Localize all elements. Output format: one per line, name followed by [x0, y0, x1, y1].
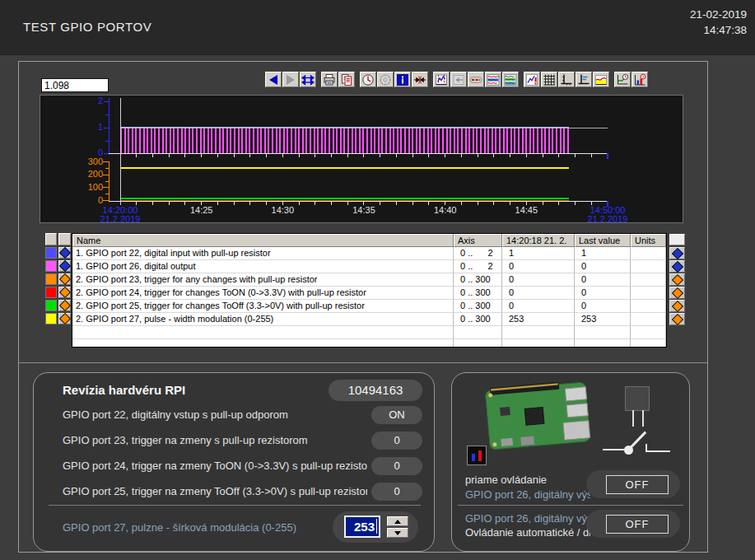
table-row[interactable]: 1. GPIO port 22, digital input with pull… — [72, 247, 666, 260]
analog-baseline — [109, 201, 608, 202]
pwm-spin-up-button[interactable] — [387, 516, 408, 526]
column-header[interactable]: Last value — [575, 234, 631, 247]
minute-tick — [510, 202, 510, 205]
minute-tick — [493, 202, 494, 205]
axes-scale-button[interactable] — [576, 72, 592, 87]
table-row[interactable]: 2. GPIO port 27, pulse - width modulatio… — [72, 313, 666, 326]
header-bar: TEST GPIO PORTOV 21-02-2019 14:47:38 — [0, 0, 755, 55]
auto-control-off-button[interactable]: OFF — [586, 510, 680, 538]
pwm-spin-down-button[interactable] — [387, 528, 408, 538]
axis-tick — [105, 114, 109, 115]
axis-tick — [103, 175, 109, 175]
table-cell — [631, 273, 666, 287]
row-diamond-button-right[interactable] — [669, 247, 685, 259]
info-icon — [396, 73, 409, 86]
row-diamond-button[interactable] — [58, 300, 71, 311]
table-cell: 0 — [502, 260, 575, 273]
cursor-readout-input[interactable] — [41, 78, 109, 92]
trend-toolbar — [265, 72, 653, 87]
toolbar-group — [614, 72, 649, 87]
digital-axis-label: 1 — [86, 122, 103, 132]
row-diamond-button-right[interactable] — [669, 313, 685, 325]
trends-red-button[interactable] — [485, 72, 501, 87]
graph-time-button[interactable] — [631, 72, 648, 87]
table-row[interactable]: 2. GPIO port 23, trigger for any changes… — [72, 273, 666, 287]
trend-chart-plot[interactable]: 210300200100014:20:0021.2.201914:2514:30… — [40, 95, 683, 223]
alarm-trend-button[interactable] — [524, 72, 540, 87]
print-button[interactable] — [321, 72, 338, 87]
diamond-icon — [671, 313, 683, 324]
line-style-button[interactable] — [468, 72, 484, 87]
transistor-symbol — [625, 386, 650, 411]
row-diamond-button-right[interactable] — [669, 273, 685, 286]
trends-green-button[interactable] — [502, 72, 519, 87]
row-diamond-button-right[interactable] — [669, 260, 685, 273]
gpio-row-label: GPIO port 24, trigger na zmeny ToON (0->… — [63, 460, 367, 472]
row-diamond-button[interactable] — [58, 247, 71, 259]
minute-tick — [543, 154, 543, 157]
off-button-label: OFF — [606, 515, 669, 534]
panel-divider — [458, 505, 683, 506]
transistor-leg — [632, 410, 634, 427]
info-button[interactable] — [394, 72, 411, 87]
table-cell — [454, 339, 502, 348]
table-row[interactable]: 1. GPIO port 26, digital output0 .. 200 — [72, 260, 666, 273]
time-auto-button[interactable] — [377, 72, 394, 87]
mini-trend-icon-button[interactable] — [467, 446, 487, 465]
minute-tick — [201, 154, 202, 157]
table-cell — [631, 339, 666, 348]
table-cell — [631, 260, 666, 273]
diamond-icon — [671, 300, 683, 311]
export-button[interactable] — [450, 72, 467, 87]
table-empty-row[interactable] — [72, 339, 666, 348]
table-row[interactable]: 2. GPIO port 25, trigger for changes ToO… — [72, 300, 666, 313]
toolbar-group — [524, 72, 610, 87]
copy-icon — [340, 73, 353, 86]
scroll-forward-button[interactable] — [282, 72, 299, 87]
column-header[interactable]: Units — [631, 234, 666, 247]
row-diamond-button-right[interactable] — [669, 300, 685, 312]
minute-tick — [184, 154, 185, 157]
column-header[interactable]: 14:20:18 21. 2. — [502, 234, 575, 247]
time-interval-button[interactable] — [433, 72, 450, 87]
toolbar-group — [321, 72, 356, 87]
row-diamond-button[interactable] — [58, 313, 71, 324]
scroll-back-button[interactable] — [265, 72, 282, 87]
table-cell: 0 .. 300 — [454, 313, 502, 326]
time-settings-button[interactable] — [360, 72, 376, 87]
compress-time-button[interactable] — [412, 72, 428, 87]
axis-tick — [104, 128, 109, 128]
pwm-spinner — [387, 516, 408, 539]
compress-time-icon — [413, 73, 426, 86]
minute-tick — [575, 154, 576, 157]
copy-button[interactable] — [338, 72, 355, 87]
pwm-value-input[interactable]: 253 — [344, 516, 380, 538]
table-empty-row[interactable] — [72, 326, 666, 339]
row-diamond-button-right[interactable] — [669, 287, 685, 299]
down-arrow-icon — [394, 531, 401, 535]
digital-axis-label: 2 — [86, 96, 103, 105]
time-auto-icon — [379, 73, 392, 86]
row-diamond-button[interactable] — [58, 273, 71, 285]
direct-control-off-button[interactable]: OFF — [586, 470, 680, 498]
zoom-horizontal-button[interactable] — [300, 72, 316, 87]
transistor-leg — [642, 410, 644, 427]
grid-button[interactable] — [541, 72, 557, 87]
column-header[interactable]: Axis — [454, 234, 502, 247]
minute-tick — [315, 202, 315, 205]
minute-tick — [184, 202, 185, 205]
off-button-label: OFF — [606, 475, 669, 494]
trend-time-icon — [616, 73, 629, 86]
axes-icon — [560, 73, 573, 86]
minute-tick — [510, 154, 510, 157]
row-diamond-button[interactable] — [58, 260, 71, 272]
trend-table: NameAxis14:20:18 21. 2.Last valueUnits1.… — [72, 233, 667, 348]
background-fill-button[interactable] — [593, 72, 609, 87]
minute-tick — [478, 202, 478, 205]
row-diamond-button[interactable] — [58, 287, 71, 298]
table-row[interactable]: 2. GPIO port 24, trigger for changes ToO… — [72, 287, 666, 300]
chart-cursor[interactable] — [120, 98, 121, 205]
column-header[interactable]: Name — [72, 234, 454, 247]
axes-button[interactable] — [558, 72, 575, 87]
trend-time-button[interactable] — [614, 72, 631, 87]
